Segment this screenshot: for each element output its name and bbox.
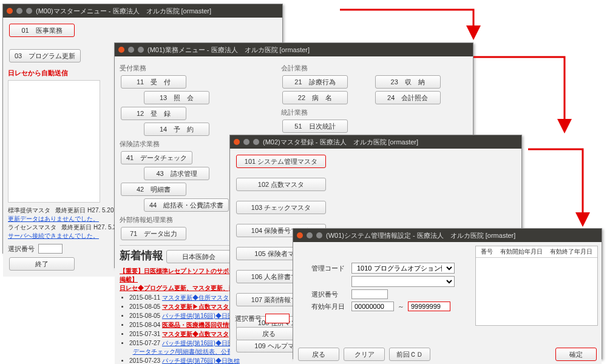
sub-select[interactable] (351, 276, 455, 287)
select-no-label: 選択番号 (235, 314, 262, 323)
btn-43[interactable]: 43 請求管理 (144, 167, 209, 180)
license-master-date: 最終更新日 H27. 5.20 (61, 224, 120, 231)
select-no-label: 選択番号 (8, 244, 35, 254)
titlebar[interactable]: (M00)マスターメニュー - 医療法人 オルカ医院 [ormaster] (3, 4, 282, 18)
grp-kaikei: 会計業務 (281, 64, 468, 73)
btn-clear[interactable]: クリア (344, 348, 385, 361)
btn-24[interactable]: 24 会計照会 (375, 91, 441, 104)
validity-panel: 番号有効開始年月日有効終了年月日 (475, 246, 598, 326)
btn-prev-cd[interactable]: 前回ＣＤ (389, 348, 430, 361)
window-sys-setting: (W01)システム管理情報設定 - 医療法人 オルカ医院 [ormaster] … (293, 228, 602, 359)
news-heading: 新着情報 (120, 249, 163, 261)
select-no-input[interactable] (265, 314, 290, 323)
mgmt-code-select[interactable]: 1010 プログラムオプション情報 (351, 263, 455, 274)
btn-11[interactable]: 11 受 付 (121, 75, 186, 89)
server-fail-label: サーバへ接続できませんでした。 (8, 232, 99, 239)
std-master-date: 最終更新日 H27. 5.20 (55, 207, 114, 214)
btn-41[interactable]: 41 データチェック (121, 151, 192, 164)
btn-confirm[interactable]: 確定 (555, 348, 597, 361)
titlebar[interactable]: (M01)業務メニュー - 医療法人 オルカ医院 [ormaster] (115, 43, 473, 56)
date-from-input[interactable] (351, 302, 394, 311)
btn-103[interactable]: 103 チェックマスタ (236, 201, 326, 214)
mgmt-code-label: 管理コード (311, 264, 348, 273)
btn-nichii[interactable]: 日本医師会 (166, 250, 232, 263)
alert-line2[interactable]: 掲載】 (120, 276, 138, 283)
select-no-label: 選択番号 (311, 290, 348, 299)
select-no-input[interactable] (351, 289, 388, 299)
btn-102[interactable]: 102 点数マスタ (236, 178, 326, 191)
btn-51[interactable]: 51 日次統計 (282, 120, 348, 133)
date-to-input[interactable] (408, 302, 450, 311)
btn-14[interactable]: 14 予 約 (144, 123, 209, 136)
grp-tokei: 統計業務 (281, 108, 468, 117)
btn-23[interactable]: 23 収 納 (375, 75, 441, 89)
btn-back[interactable]: 戻る (298, 348, 339, 361)
btn-22[interactable]: 22 病 名 (282, 91, 348, 104)
grp-uketsuke: 受付業務 (120, 64, 263, 73)
no-update-label: 更新データはありませんでした。 (8, 215, 99, 222)
window-title: (W01)システム管理情報設定 - 医療法人 オルカ医院 [ormaster] (326, 229, 515, 242)
btn-71[interactable]: 71 データ出力 (121, 227, 186, 240)
btn-101[interactable]: 101 システム管理マスタ (236, 155, 326, 168)
titlebar[interactable]: (W01)システム管理情報設定 - 医療法人 オルカ医院 [ormaster] (293, 229, 602, 242)
btn-21[interactable]: 21 診療行為 (282, 75, 348, 89)
blank-panel (8, 80, 100, 203)
btn-iji-gyomu[interactable]: 01 医事業務 (9, 24, 75, 37)
window-title: (M01)業務メニュー - 医療法人 オルカ医院 [ormaster] (148, 43, 310, 56)
std-master-label: 標準提供マスタ (8, 207, 50, 214)
btn-13[interactable]: 13 照 会 (144, 91, 209, 104)
alert-line3[interactable]: 日レセ◆プログラム更新、マスタ更新、jm (120, 285, 236, 291)
valid-date-label: 有効年月日 (311, 302, 348, 311)
btn-12[interactable]: 12 登 録 (121, 107, 186, 120)
license-master-label: ライセンスマスタ (8, 224, 56, 231)
btn-44[interactable]: 44 総括表・公費請求書 (144, 198, 229, 212)
alert-line1[interactable]: 【重要】日医標準レセプトソフトのサポート (120, 268, 241, 274)
btn-back[interactable]: 戻る (236, 327, 302, 340)
btn-42[interactable]: 42 明細書 (121, 183, 186, 196)
select-no-input[interactable] (38, 244, 63, 254)
btn-program-update[interactable]: 03 プログラム更新 (9, 49, 81, 62)
window-title: (M00)マスターメニュー - 医療法人 オルカ医院 [ormaster] (36, 4, 211, 18)
window-title: (M02)マスタ登録 - 医療法人 オルカ医院 [ormaster] (263, 135, 418, 149)
titlebar[interactable]: (M02)マスタ登録 - 医療法人 オルカ医院 [ormaster] (230, 135, 521, 149)
btn-exit[interactable]: 終了 (9, 257, 75, 271)
